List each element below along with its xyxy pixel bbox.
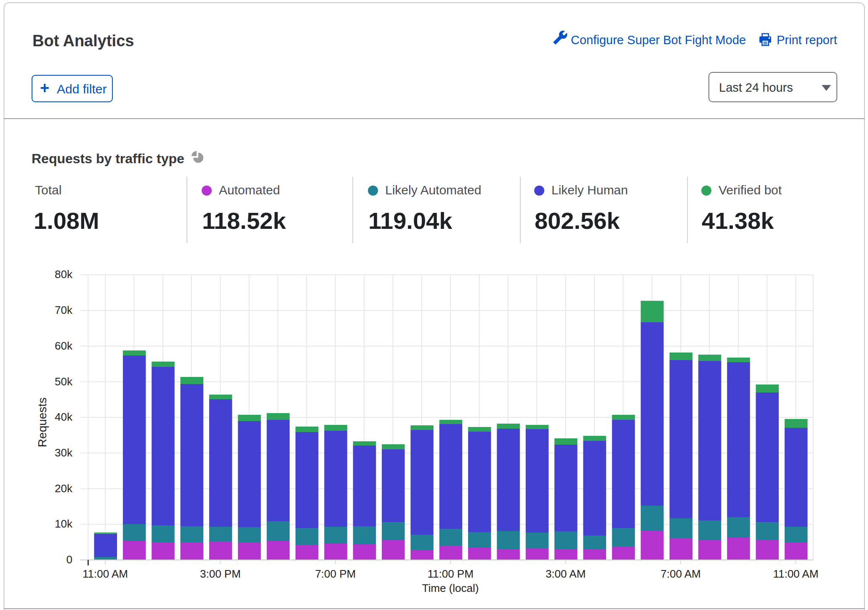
svg-text:11:00 AM: 11:00 AM <box>773 568 818 580</box>
svg-text:Requests: Requests <box>36 398 49 447</box>
svg-text:11:00 PM: 11:00 PM <box>428 568 474 580</box>
svg-text:60k: 60k <box>55 339 73 352</box>
svg-text:70k: 70k <box>55 304 73 316</box>
svg-text:11:00 AM: 11:00 AM <box>83 568 128 580</box>
svg-text:10k: 10k <box>55 517 73 530</box>
svg-text:3:00 AM: 3:00 AM <box>546 568 586 580</box>
svg-text:3:00 PM: 3:00 PM <box>200 568 241 580</box>
svg-text:20k: 20k <box>55 482 73 495</box>
svg-text:30k: 30k <box>55 446 73 459</box>
svg-text:Time (local): Time (local) <box>422 582 479 594</box>
svg-text:0: 0 <box>67 553 72 566</box>
svg-text:40k: 40k <box>55 411 73 423</box>
svg-text:7:00 PM: 7:00 PM <box>315 568 356 580</box>
svg-text:80k: 80k <box>55 268 73 281</box>
svg-text:50k: 50k <box>55 375 73 388</box>
svg-text:7:00 AM: 7:00 AM <box>660 568 700 580</box>
